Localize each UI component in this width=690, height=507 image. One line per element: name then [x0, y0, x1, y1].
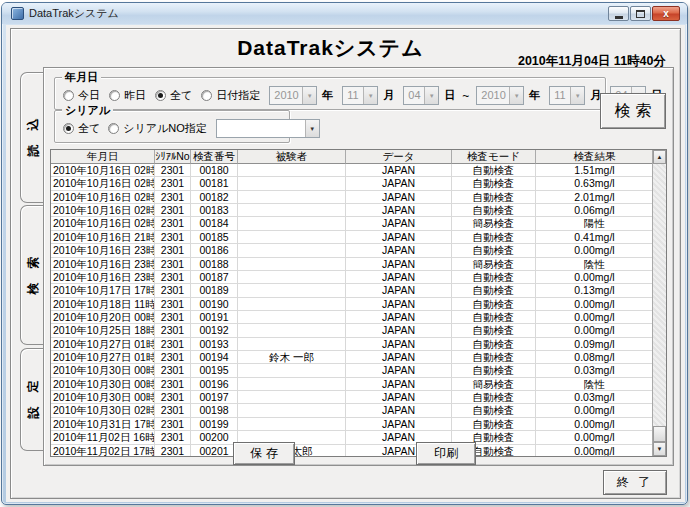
- scroll-up-button[interactable]: ▲: [653, 150, 666, 164]
- table-scrollbar[interactable]: ▲ ▼: [652, 150, 666, 456]
- table-row[interactable]: 2010年10月27日 01時13分230100194鈴木 一郎JAPAN自動検…: [51, 351, 652, 364]
- results-grid: 年月日ｼﾘｱﾙNo検査番号被験者データ検査モード検査結果 2010年10月16日…: [50, 149, 667, 457]
- title-bar[interactable]: DataTrakシステム x: [2, 3, 687, 24]
- radio-serial-option[interactable]: シリアルNO指定: [108, 121, 207, 136]
- chevron-down-icon[interactable]: ▼: [305, 120, 319, 137]
- table-cell: 2010年10月16日 21時15分: [51, 231, 155, 244]
- exit-button[interactable]: 終 了: [603, 470, 667, 495]
- radio-date-option[interactable]: 昨日: [109, 88, 146, 103]
- column-header[interactable]: 年月日: [51, 150, 155, 164]
- table-cell: 0.06mg/l: [536, 204, 652, 217]
- to-year-combo[interactable]: 2010▼: [476, 86, 524, 105]
- table-cell: 2010年10月20日 00時49分: [51, 311, 155, 324]
- scroll-down-button[interactable]: ▼: [653, 442, 666, 456]
- tab-label: 読込: [24, 105, 41, 171]
- table-row[interactable]: 2010年10月30日 00時52分230100196JAPAN簡易検査陰性: [51, 378, 652, 391]
- table-cell: 2010年10月30日 02時22分: [51, 404, 155, 417]
- column-header[interactable]: ｼﾘｱﾙNo: [155, 150, 191, 164]
- table-row[interactable]: 2010年10月16日 23時09分230100187JAPAN自動検査0.00…: [51, 271, 652, 284]
- table-cell: [238, 418, 346, 431]
- tab-search[interactable]: 検索: [20, 205, 44, 345]
- tab-load[interactable]: 読込: [20, 72, 44, 203]
- table-cell: JAPAN: [346, 351, 452, 364]
- radio-label: 今日: [78, 88, 100, 103]
- radio-label: シリアルNO指定: [123, 121, 207, 136]
- table-row[interactable]: 2010年10月16日 21時15分230100185JAPAN自動検査0.41…: [51, 231, 652, 244]
- chevron-down-icon[interactable]: ▼: [302, 87, 316, 104]
- table-cell: JAPAN: [346, 391, 452, 404]
- scrollbar-track[interactable]: [653, 164, 666, 442]
- radio-date-option[interactable]: 日付指定: [201, 88, 260, 103]
- table-cell: 00186: [191, 244, 238, 257]
- radio-icon: [108, 123, 119, 134]
- tab-settings[interactable]: 設定: [20, 348, 44, 451]
- radio-serial-option[interactable]: 全て: [63, 121, 100, 136]
- table-cell: 00201: [191, 445, 238, 456]
- table-row[interactable]: 2010年10月30日 02時22分230100198JAPAN自動検査0.00…: [51, 404, 652, 417]
- scrollbar-thumb[interactable]: [653, 426, 666, 442]
- table-cell: 2301: [155, 177, 191, 190]
- table-row[interactable]: 2010年10月16日 23時08分230100186JAPAN自動検査0.00…: [51, 244, 652, 257]
- radio-icon: [155, 90, 166, 101]
- table-row[interactable]: 2010年10月16日 02時38分230100182JAPAN自動検査2.01…: [51, 191, 652, 204]
- table-cell: JAPAN: [346, 191, 452, 204]
- table-cell: 0.09mg/l: [536, 338, 652, 351]
- maximize-button[interactable]: [630, 6, 651, 21]
- close-button[interactable]: x: [652, 6, 680, 21]
- table-cell: 2010年10月18日 11時04分: [51, 298, 155, 311]
- serial-no-combo[interactable]: ▼: [216, 119, 320, 138]
- table-row[interactable]: 2010年11月02日 16時43分230100200JAPAN自動検査0.00…: [51, 431, 652, 444]
- from-year-unit: 年: [322, 88, 333, 103]
- table-cell: 0.13mg/l: [536, 284, 652, 297]
- radio-label: 昨日: [124, 88, 146, 103]
- table-cell: 2301: [155, 284, 191, 297]
- table-row[interactable]: 2010年10月16日 23時09分230100188JAPAN簡易検査陰性: [51, 258, 652, 271]
- table-cell: [238, 164, 346, 177]
- grid-body: 2010年10月16日 02時35分230100180JAPAN自動検査1.51…: [51, 164, 652, 456]
- table-row[interactable]: 2010年10月25日 18時45分230100192JAPAN自動検査0.00…: [51, 324, 652, 337]
- table-cell: 2010年10月16日 02時35分: [51, 164, 155, 177]
- table-cell: 2301: [155, 164, 191, 177]
- table-cell: 0.03mg/l: [536, 364, 652, 377]
- table-row[interactable]: 2010年10月31日 17時45分230100199JAPAN自動検査0.00…: [51, 418, 652, 431]
- table-row[interactable]: 2010年10月18日 11時04分230100190JAPAN自動検査0.00…: [51, 298, 652, 311]
- chevron-down-icon[interactable]: ▼: [570, 87, 584, 104]
- column-header[interactable]: 被験者: [238, 150, 346, 164]
- table-cell: [238, 311, 346, 324]
- chevron-down-icon[interactable]: ▼: [424, 87, 438, 104]
- table-cell: 2301: [155, 445, 191, 456]
- print-button[interactable]: 印刷: [416, 442, 476, 465]
- chevron-down-icon[interactable]: ▼: [509, 87, 523, 104]
- table-row[interactable]: 2010年10月16日 02時39分230100183JAPAN自動検査0.06…: [51, 204, 652, 217]
- table-cell: 2301: [155, 378, 191, 391]
- column-header[interactable]: 検査番号: [191, 150, 238, 164]
- column-header[interactable]: 検査モード: [452, 150, 536, 164]
- minimize-button[interactable]: [608, 6, 629, 21]
- table-row[interactable]: 2010年10月30日 00時53分230100197JAPAN自動検査0.03…: [51, 391, 652, 404]
- table-row[interactable]: 2010年10月30日 00時52分230100195JAPAN自動検査0.03…: [51, 364, 652, 377]
- radio-date-option[interactable]: 今日: [63, 88, 100, 103]
- to-month-combo[interactable]: 11▼: [549, 86, 585, 105]
- table-cell: 自動検査: [452, 351, 536, 364]
- from-day-combo[interactable]: 04▼: [403, 86, 439, 105]
- search-button[interactable]: 検索: [600, 93, 666, 129]
- chevron-down-icon[interactable]: ▼: [363, 87, 377, 104]
- column-header[interactable]: データ: [346, 150, 452, 164]
- table-row[interactable]: 2010年10月16日 02時35分230100180JAPAN自動検査1.51…: [51, 164, 652, 177]
- from-month-combo[interactable]: 11▼: [342, 86, 378, 105]
- from-year-combo[interactable]: 2010▼: [269, 86, 317, 105]
- column-header[interactable]: 検査結果: [536, 150, 652, 164]
- table-row[interactable]: 2010年10月17日 17時57分230100189JAPAN自動検査0.13…: [51, 284, 652, 297]
- table-row[interactable]: 2010年10月16日 02時43分230100184JAPAN簡易検査陽性: [51, 217, 652, 230]
- table-row[interactable]: 2010年10月20日 00時49分230100191JAPAN自動検査0.00…: [51, 311, 652, 324]
- table-cell: 00200: [191, 431, 238, 444]
- grid-header-row: 年月日ｼﾘｱﾙNo検査番号被験者データ検査モード検査結果: [51, 150, 652, 164]
- table-cell: JAPAN: [346, 418, 452, 431]
- radio-date-option[interactable]: 全て: [155, 88, 192, 103]
- table-row[interactable]: 2010年10月16日 02時36分230100181JAPAN自動検査0.63…: [51, 177, 652, 190]
- save-button[interactable]: 保 存: [233, 442, 295, 465]
- minimize-icon: [615, 16, 623, 19]
- client-area: DataTrakシステム 2010年11月04日 11時40分 読込検索設定 年…: [6, 25, 685, 502]
- table-row[interactable]: 2010年11月02日 17時42分230100201山田太郎JAPAN自動検査…: [51, 445, 652, 456]
- table-row[interactable]: 2010年10月27日 01時10分230100193JAPAN自動検査0.09…: [51, 338, 652, 351]
